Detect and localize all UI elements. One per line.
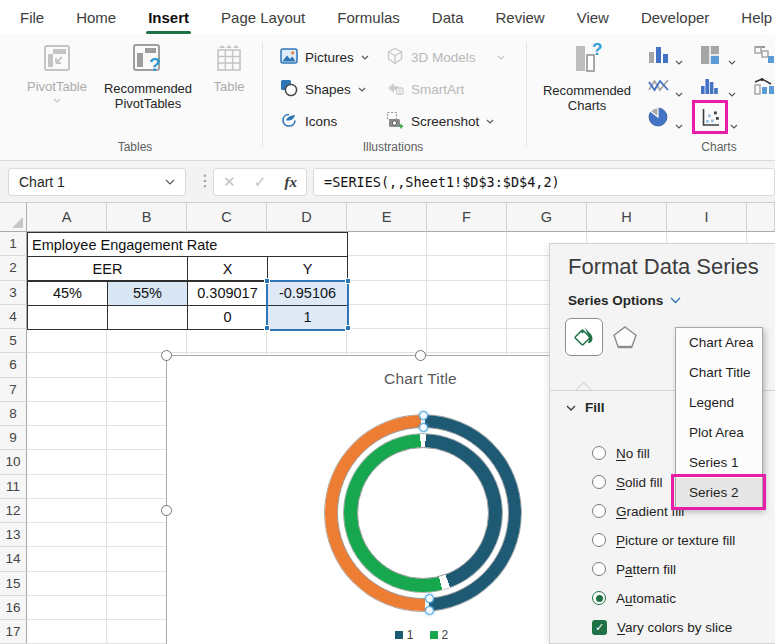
pie-chart-dropdown[interactable] (675, 115, 683, 133)
column-header-g[interactable]: G (507, 203, 587, 232)
tab-data[interactable]: Data (432, 9, 464, 26)
tab-formulas[interactable]: Formulas (337, 9, 400, 26)
column-header-d[interactable]: D (267, 203, 347, 232)
screenshot-button[interactable]: Screenshot (386, 110, 494, 132)
fill-option-solid-fill[interactable]: Solid fill (592, 472, 663, 492)
column-header-partial[interactable] (747, 203, 775, 232)
effects-tab[interactable] (612, 324, 638, 354)
smartart-button[interactable]: SmartArt (386, 78, 464, 100)
chart-resize-handle-top-middle[interactable] (415, 350, 426, 361)
insert-pie-chart-button[interactable] (647, 106, 669, 132)
insert-waterfall-chart-button[interactable] (754, 45, 775, 69)
column-header-i[interactable]: I (667, 203, 747, 232)
insert-combo-chart-button[interactable] (754, 77, 775, 99)
legend-item-1[interactable]: 1 (395, 628, 414, 642)
row-header-5[interactable]: 5 (0, 329, 27, 353)
insert-line-chart-button[interactable] (648, 77, 670, 99)
tab-help[interactable]: Help (741, 9, 772, 26)
cell-b4[interactable] (107, 305, 188, 330)
cell-b3[interactable]: 55% (107, 281, 188, 306)
chevron-down-icon[interactable] (670, 297, 681, 304)
selection-handle[interactable] (264, 278, 270, 284)
column-header-a[interactable]: A (27, 203, 107, 232)
recommended-pivottables-button[interactable]: ? Recommended PivotTables (93, 41, 203, 111)
selection-handle[interactable] (345, 325, 351, 331)
radio-icon[interactable] (592, 504, 606, 518)
row-header-8[interactable]: 8 (0, 402, 27, 426)
3d-models-button[interactable]: 3D Models (386, 46, 505, 68)
row-header-6[interactable]: 6 (0, 353, 27, 377)
name-box[interactable]: Chart 1 (8, 168, 186, 196)
chevron-down-icon[interactable] (165, 179, 175, 185)
cell-y-header[interactable]: Y (267, 256, 348, 281)
row-header-3[interactable]: 3 (0, 281, 27, 305)
icons-button[interactable]: Icons (280, 110, 337, 132)
row-header-15[interactable]: 15 (0, 572, 27, 596)
column-chart-dropdown[interactable] (675, 51, 683, 69)
dropdown-item-legend[interactable]: Legend (676, 388, 762, 418)
row-header-12[interactable]: 12 (0, 499, 27, 523)
selection-handle[interactable] (345, 278, 351, 284)
dropdown-item-plot-area[interactable]: Plot Area (676, 418, 762, 448)
scatter-chart-dropdown[interactable] (730, 115, 738, 133)
select-all-corner[interactable] (0, 203, 27, 232)
tab-developer[interactable]: Developer (641, 9, 709, 26)
column-header-e[interactable]: E (347, 203, 427, 232)
name-box-resizer[interactable]: ⋮ (197, 171, 212, 190)
tab-page-layout[interactable]: Page Layout (221, 9, 305, 26)
hierarchy-chart-dropdown[interactable] (728, 51, 736, 69)
doughnut-chart[interactable] (325, 415, 521, 611)
cell-eer-header[interactable]: EER (27, 256, 188, 281)
fill-section-header[interactable]: Fill (566, 400, 605, 415)
legend-item-2[interactable]: 2 (430, 628, 449, 642)
row-header-13[interactable]: 13 (0, 523, 27, 547)
dropdown-item-chart-title[interactable]: Chart Title (676, 358, 762, 388)
chart-resize-handle-middle-left[interactable] (161, 505, 172, 516)
insert-column-chart-button[interactable] (648, 45, 670, 69)
row-header-10[interactable]: 10 (0, 450, 27, 474)
enter-button[interactable]: ✓ (254, 173, 267, 191)
selection-handle[interactable] (264, 325, 270, 331)
cell-c4[interactable]: 0 (187, 305, 268, 330)
tab-view[interactable]: View (577, 9, 609, 26)
cell-x-header[interactable]: X (187, 256, 268, 281)
series-point-handle[interactable] (419, 423, 428, 432)
column-header-f[interactable]: F (427, 203, 507, 232)
series-point-handle[interactable] (419, 411, 428, 420)
column-header-h[interactable]: H (587, 203, 667, 232)
row-header-11[interactable]: 11 (0, 475, 27, 499)
insert-hierarchy-chart-button[interactable] (700, 45, 720, 69)
row-header-9[interactable]: 9 (0, 426, 27, 450)
insert-function-button[interactable]: fx (284, 174, 297, 191)
selection-range-d3-d4[interactable] (266, 280, 349, 331)
cell-a3[interactable]: 45% (27, 281, 108, 306)
radio-checked-icon[interactable] (592, 591, 606, 605)
column-header-c[interactable]: C (187, 203, 267, 232)
row-header-16[interactable]: 16 (0, 596, 27, 620)
tab-home[interactable]: Home (76, 9, 116, 26)
cell-a1-title[interactable]: Employee Engagement Rate (27, 232, 348, 257)
fill-option-no-fill[interactable]: No fill (592, 443, 650, 463)
fill-option-picture-fill[interactable]: Picture or texture fill (592, 530, 735, 550)
radio-icon[interactable] (592, 533, 606, 547)
fill-option-pattern-fill[interactable]: Pattern fill (592, 559, 676, 579)
row-header-14[interactable]: 14 (0, 547, 27, 571)
fill-and-line-tab[interactable] (565, 318, 603, 356)
line-chart-dropdown[interactable] (675, 83, 683, 101)
tab-review[interactable]: Review (496, 9, 545, 26)
checkbox-checked-icon[interactable]: ✓ (592, 620, 607, 635)
statistic-chart-dropdown[interactable] (728, 83, 736, 101)
dropdown-item-chart-area[interactable]: Chart Area (676, 328, 762, 358)
row-header-2[interactable]: 2 (0, 256, 27, 280)
tab-file[interactable]: File (20, 9, 44, 26)
radio-icon[interactable] (592, 562, 606, 576)
tab-insert[interactable]: Insert (148, 9, 189, 26)
cell-c3[interactable]: 0.309017 (187, 281, 268, 306)
vary-colors-by-slice-checkbox[interactable]: ✓ Vary colors by slice (592, 617, 732, 637)
row-header-1[interactable]: 1 (0, 232, 27, 256)
table-button[interactable]: Table (204, 43, 254, 94)
series-point-handle[interactable] (425, 606, 434, 615)
row-header-17[interactable]: 17 (0, 620, 27, 644)
cell-a4[interactable] (27, 305, 108, 330)
series-point-handle[interactable] (425, 594, 434, 603)
